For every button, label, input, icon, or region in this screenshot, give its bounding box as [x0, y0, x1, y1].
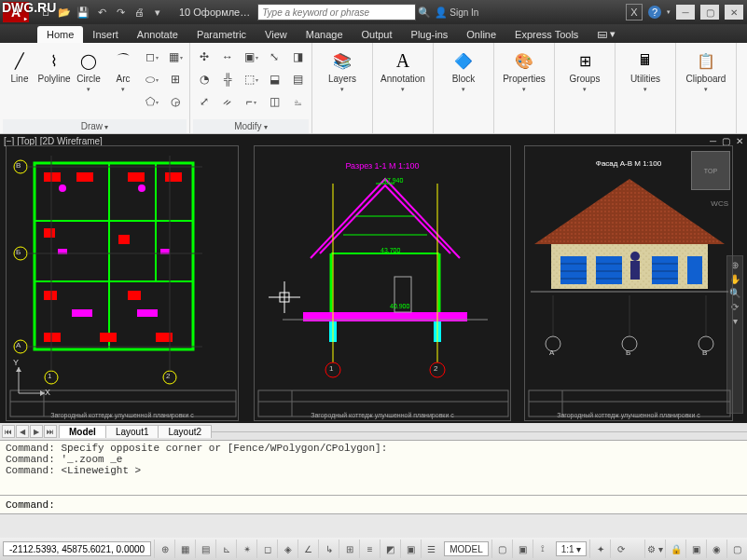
lt-next-icon[interactable]: ▶	[30, 425, 43, 438]
sb-sc-icon[interactable]: ☰	[421, 540, 441, 558]
lt-last-icon[interactable]: ⏭	[44, 425, 57, 438]
axis-b1: Б	[16, 248, 21, 256]
fillet-button[interactable]: ⬚	[241, 69, 261, 89]
draw-small-6[interactable]: ◶	[165, 91, 186, 112]
mod-14[interactable]: ⎁	[287, 91, 308, 112]
properties-button[interactable]: 🎨Properties▾	[498, 47, 550, 94]
tab-view[interactable]: View	[256, 26, 297, 43]
lt-prev-icon[interactable]: ◀	[16, 425, 29, 438]
draw-small-3[interactable]: ⬠	[142, 91, 162, 112]
draw-small-5[interactable]: ⊞	[165, 69, 186, 89]
mod-13[interactable]: ▤	[287, 69, 308, 89]
annotation-button[interactable]: AAnnotation▾	[377, 47, 429, 94]
clipboard-button[interactable]: 📋Clipboard▾	[680, 47, 732, 94]
layout-tab-model[interactable]: Model	[59, 425, 106, 438]
lt-first-icon[interactable]: ⏮	[2, 425, 15, 438]
arc-button[interactable]: ⌒Arc▾	[107, 47, 139, 94]
tab-home[interactable]: Home	[37, 26, 83, 43]
minimize-button[interactable]: ─	[676, 5, 695, 20]
tab-online[interactable]: Online	[457, 26, 505, 43]
layout-tab-1[interactable]: Layout1	[105, 425, 159, 438]
sb-3dosnap-icon[interactable]: ◈	[277, 540, 297, 558]
qat-dropdown-icon[interactable]: ▾	[149, 4, 166, 20]
draw-small-4[interactable]: ▦	[165, 47, 186, 67]
draw-small-2[interactable]: ⬭	[142, 69, 162, 89]
qat-print-icon[interactable]: 🖨	[131, 4, 147, 20]
mirror-button[interactable]: ╬	[217, 69, 238, 89]
sb-snap-icon[interactable]: ▦	[174, 540, 195, 558]
polyline-button[interactable]: ⌇Polyline	[38, 47, 70, 84]
sb-model-toggle[interactable]: MODEL	[444, 541, 489, 556]
sb-hardware-icon[interactable]: ▣	[685, 540, 706, 558]
array-button[interactable]: ⌐	[241, 91, 261, 112]
sb-annoauto-icon[interactable]: ⟳	[610, 540, 630, 558]
block-button[interactable]: 🔷Block▾	[437, 47, 490, 94]
drawing-canvas[interactable]: [−] [Top] [2D Wireframe] ─ ▢ ✕ TOP WCS ⊕…	[0, 134, 747, 423]
sb-annovis-icon[interactable]: ✦	[589, 540, 610, 558]
command-input[interactable]	[61, 499, 741, 511]
rotate-button[interactable]: ↔	[217, 47, 238, 67]
sb-tran-icon[interactable]: ◩	[380, 540, 400, 558]
qat-open-icon[interactable]: 📂	[56, 4, 73, 20]
vp-close-icon[interactable]: ✕	[736, 136, 743, 146]
command-history[interactable]: Command: Specify opposite corner or [Fen…	[0, 440, 747, 496]
search-input[interactable]	[257, 4, 416, 20]
mod-12[interactable]: ◨	[287, 47, 308, 67]
line-button[interactable]: ╱Line	[4, 47, 35, 84]
sb-dyn-icon[interactable]: ⊞	[339, 540, 359, 558]
sb-polar-icon[interactable]: ✴	[236, 540, 256, 558]
ribbon-extras-icon[interactable]: 🖴 ▾	[588, 25, 625, 43]
qat-undo-icon[interactable]: ↶	[93, 4, 110, 20]
signin-icon[interactable]: 👤	[433, 4, 450, 20]
tab-output[interactable]: Output	[353, 26, 402, 43]
layers-button[interactable]: 📚Layers▾	[316, 47, 368, 94]
tab-parametric[interactable]: Parametric	[187, 26, 256, 43]
tab-plugins[interactable]: Plug-ins	[402, 26, 458, 43]
groups-button[interactable]: ⊞Groups▾	[559, 47, 611, 94]
offset-button[interactable]: ◫	[264, 91, 284, 112]
panel-draw-label[interactable]: Draw	[3, 119, 187, 133]
sb-clean-icon[interactable]: ▢	[726, 540, 747, 558]
circle-button[interactable]: ◯Circle▾	[73, 47, 104, 94]
tab-manage[interactable]: Manage	[297, 26, 353, 43]
help-icon[interactable]: ?	[648, 6, 661, 19]
sb-ws-icon[interactable]: ⚙ ▾	[644, 540, 665, 558]
coordinate-display[interactable]: -2112.5393, 45875.6021, 0.0000	[3, 541, 151, 556]
erase-button[interactable]: ⤡	[264, 47, 284, 67]
sb-layout-quick-icon[interactable]: ▢	[491, 540, 512, 558]
utilities-button[interactable]: 🖩Utilities▾	[619, 47, 671, 94]
sb-qp-icon[interactable]: ▣	[400, 540, 421, 558]
sb-isolate-icon[interactable]: ◉	[706, 540, 726, 558]
panel-block: 🔷Block▾	[434, 43, 494, 133]
signin-label[interactable]: Sign In	[450, 7, 478, 18]
maximize-button[interactable]: ▢	[700, 5, 719, 20]
scale-button[interactable]: ᨀ	[217, 91, 238, 112]
sb-annoscale-icon[interactable]: ⟟	[533, 540, 553, 558]
draw-small-1[interactable]: ◻	[142, 47, 162, 67]
sb-otrack-icon[interactable]: ∠	[297, 540, 318, 558]
tab-annotate[interactable]: Annotate	[128, 26, 187, 43]
sb-lock-icon[interactable]: 🔒	[665, 540, 685, 558]
trim-button[interactable]: ▣	[241, 47, 261, 67]
panel-modify-label[interactable]: Modify	[193, 119, 309, 133]
sb-ducs-icon[interactable]: ↳	[318, 540, 339, 558]
copy-button[interactable]: ◔	[194, 69, 214, 89]
stretch-button[interactable]: ⤢	[194, 91, 214, 112]
sb-lwt-icon[interactable]: ≡	[359, 540, 380, 558]
sb-scale[interactable]: 1:1 ▾	[556, 541, 588, 556]
explode-button[interactable]: ⬓	[264, 69, 284, 89]
sb-grid-icon[interactable]: ▤	[195, 540, 215, 558]
qat-save-icon[interactable]: 💾	[75, 4, 91, 20]
move-button[interactable]: ✣	[194, 47, 214, 67]
close-button[interactable]: ✕	[725, 5, 743, 20]
qat-redo-icon[interactable]: ↷	[112, 4, 129, 20]
sb-ortho-icon[interactable]: ⊾	[215, 540, 236, 558]
search-icon[interactable]: 🔍	[416, 4, 433, 20]
exchange-icon[interactable]: X	[626, 4, 643, 20]
layout-tab-2[interactable]: Layout2	[158, 425, 212, 438]
sb-osnap-icon[interactable]: ◻	[256, 540, 277, 558]
sb-infer-icon[interactable]: ⊕	[154, 540, 174, 558]
tab-insert[interactable]: Insert	[83, 26, 128, 43]
sb-layout-max-icon[interactable]: ▣	[512, 540, 533, 558]
tab-express[interactable]: Express Tools	[505, 26, 588, 43]
